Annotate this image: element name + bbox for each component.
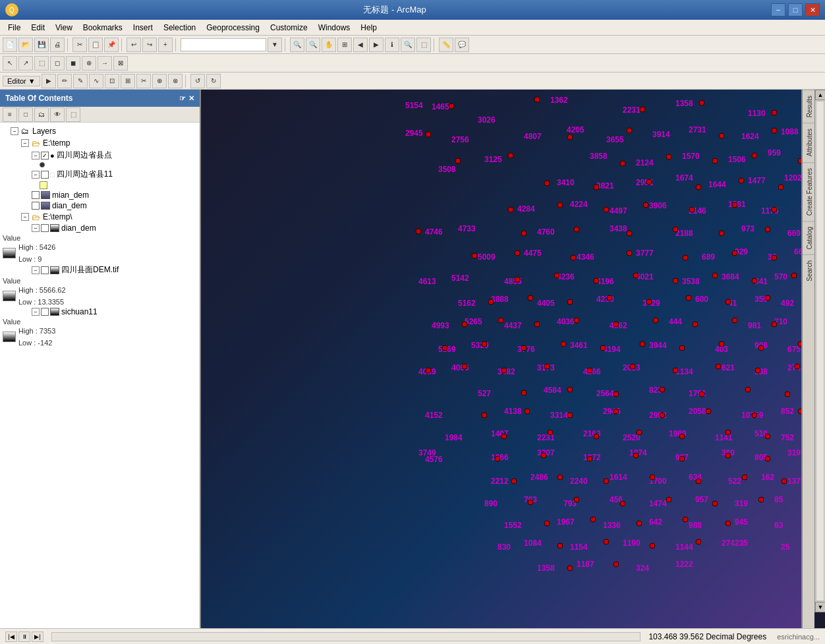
expand-etemp[interactable]: − — [21, 139, 29, 147]
tab-results[interactable]: Results — [803, 90, 814, 123]
toc-by-visibility-button[interactable]: 👁 — [50, 107, 65, 122]
zoom-in-button[interactable]: 🔍 — [290, 38, 304, 52]
identify-button[interactable]: ℹ — [385, 38, 399, 52]
save-button[interactable]: 💾 — [34, 38, 49, 52]
tb2-btn6[interactable]: ⊕ — [82, 56, 96, 71]
status-nav[interactable]: |◀ ⏸ ▶| — [5, 631, 43, 642]
checkbox-dem-tif[interactable] — [41, 266, 49, 274]
tab-create-features[interactable]: Create Features — [803, 162, 814, 221]
measure-button[interactable]: 📏 — [439, 38, 453, 52]
undo-button[interactable]: ↩ — [127, 38, 141, 52]
menu-insert[interactable]: Insert — [128, 22, 158, 34]
nav-pause[interactable]: ⏸ — [18, 631, 30, 642]
map-tips-button[interactable]: 💬 — [455, 38, 469, 52]
menu-windows[interactable]: Windows — [313, 22, 356, 34]
toc-dian-dem-raster[interactable]: − dian_dem — [0, 223, 200, 233]
toc-layers-root[interactable]: − 🗂 Layers — [0, 125, 200, 137]
menu-bookmarks[interactable]: Bookmarks — [78, 22, 128, 34]
editor-btn1[interactable]: ▶ — [42, 74, 56, 88]
scale-input[interactable]: 1:12,669,609 — [181, 38, 266, 51]
cut-button[interactable]: ✂ — [72, 38, 87, 52]
checkbox-dian-dem-1[interactable] — [32, 202, 40, 210]
window-controls[interactable]: − □ ✕ — [771, 3, 820, 16]
map-scrollbar-right[interactable]: ▲ ▼ — [814, 90, 825, 612]
checkbox-sichuan-11[interactable] — [41, 171, 49, 179]
expand-sichuan11[interactable]: − — [32, 308, 40, 316]
toc-by-drawing-button[interactable]: □ — [18, 107, 33, 122]
toc-controls[interactable]: ☞ ✕ — [179, 94, 194, 103]
expand-etemp2[interactable]: − — [21, 213, 29, 221]
tb2-btn4[interactable]: ◻ — [50, 56, 65, 71]
toc-sichuan11-raster[interactable]: − sichuan11 — [0, 307, 200, 317]
editor-btn7[interactable]: ✂ — [136, 74, 151, 88]
toc-dian-dem-1[interactable]: dian_dem — [0, 200, 200, 211]
checkbox-sichuan-pts[interactable] — [41, 152, 49, 160]
editor-btn6[interactable]: ⊞ — [121, 74, 135, 88]
toc-pin-button[interactable]: ☞ — [179, 94, 186, 103]
tb2-btn5[interactable]: ◼ — [66, 56, 80, 71]
editor-btn9[interactable]: ⊗ — [168, 74, 183, 88]
toc-list-view-button[interactable]: ≡ — [3, 107, 17, 122]
map-area[interactable]: 1465 3026 1362 2231 1358 1130 1271 108 2… — [201, 90, 825, 628]
paste-button[interactable]: 📌 — [104, 38, 119, 52]
toc-by-selection-button[interactable]: ⬚ — [66, 107, 80, 122]
tb2-btn2[interactable]: ↗ — [18, 56, 33, 71]
expand-dem-tif[interactable]: − — [32, 266, 40, 274]
toc-mian-dem[interactable]: mian_dem — [0, 190, 200, 200]
editor-btn10[interactable]: ↺ — [190, 74, 205, 88]
scale-dropdown[interactable]: ▼ — [268, 38, 282, 52]
minimize-button[interactable]: − — [771, 3, 785, 16]
full-extent-button[interactable]: ⊞ — [337, 38, 352, 52]
pan-button[interactable]: ✋ — [322, 38, 336, 52]
expand-sichuan-11[interactable]: − — [32, 171, 40, 179]
tb2-btn7[interactable]: → — [98, 56, 112, 71]
menu-geoprocessing[interactable]: Geoprocessing — [201, 22, 265, 34]
tb2-btn3[interactable]: ⬚ — [34, 56, 49, 71]
expand-dian-dem[interactable]: − — [32, 224, 40, 232]
next-extent-button[interactable]: ▶ — [369, 38, 384, 52]
toc-etemp2-folder[interactable]: − 🗁 E:\temp\ — [0, 211, 200, 223]
menu-selection[interactable]: Selection — [158, 22, 201, 34]
editor-btn5[interactable]: ⊡ — [105, 74, 119, 88]
editor-dropdown[interactable]: Editor ▼ — [3, 76, 40, 86]
checkbox-sichuan11-r[interactable] — [41, 308, 49, 316]
toc-sichuan-11[interactable]: − □ 四川周边省县11 — [0, 168, 200, 181]
scroll-thumb-right[interactable] — [816, 101, 824, 601]
editor-btn2[interactable]: ✏ — [57, 74, 72, 88]
zoom-out-button[interactable]: 🔍 — [306, 38, 320, 52]
nav-end[interactable]: ▶| — [32, 631, 43, 642]
toc-sichuan-points[interactable]: − ● 四川周边省县点 — [0, 149, 200, 161]
maximize-button[interactable]: □ — [788, 3, 803, 16]
find-button[interactable]: 🔍 — [401, 38, 415, 52]
print-button[interactable]: 🖨 — [50, 38, 65, 52]
expand-sichuan-pts[interactable]: − — [32, 152, 40, 160]
nav-start[interactable]: |◀ — [5, 631, 17, 642]
toc-sichuan-dem-tif[interactable]: − 四川县面DEM.tif — [0, 264, 200, 276]
new-button[interactable]: 📄 — [3, 38, 17, 52]
menu-customize[interactable]: Customize — [265, 22, 313, 34]
status-scrollbar[interactable] — [51, 632, 640, 641]
tab-search[interactable]: Search — [803, 254, 814, 287]
tb2-btn8[interactable]: ⊠ — [113, 56, 128, 71]
expand-layers[interactable]: − — [11, 127, 18, 135]
open-button[interactable]: 📂 — [18, 38, 33, 52]
redo-button[interactable]: ↪ — [142, 38, 157, 52]
editor-btn4[interactable]: ∿ — [89, 74, 103, 88]
toc-by-source-button[interactable]: 🗂 — [34, 107, 49, 122]
menu-edit[interactable]: Edit — [26, 22, 50, 34]
checkbox-dian-dem-r[interactable] — [41, 224, 49, 232]
scroll-down-arrow[interactable]: ▼ — [815, 602, 825, 612]
add-data-button[interactable]: + — [158, 38, 173, 52]
prev-extent-button[interactable]: ◀ — [353, 38, 368, 52]
select-button[interactable]: ⬚ — [416, 38, 431, 52]
editor-btn11[interactable]: ↻ — [206, 74, 221, 88]
editor-btn8[interactable]: ⊕ — [152, 74, 167, 88]
scroll-up-arrow[interactable]: ▲ — [815, 90, 825, 100]
toc-etemp-folder[interactable]: − 🗁 E:\temp — [0, 137, 200, 149]
copy-button[interactable]: 📋 — [88, 38, 103, 52]
tab-catalog[interactable]: Catalog — [803, 221, 814, 254]
tb2-btn1[interactable]: ↖ — [3, 56, 17, 71]
toc-close-button[interactable]: ✕ — [188, 94, 194, 103]
checkbox-mian-dem[interactable] — [32, 191, 40, 199]
tab-attributes[interactable]: Attributes — [803, 123, 814, 161]
